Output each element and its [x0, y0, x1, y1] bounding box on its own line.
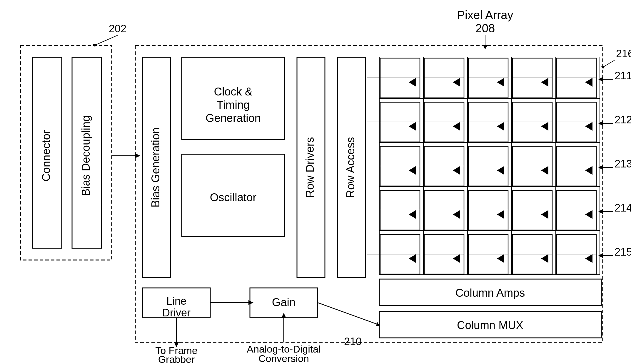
svg-text:Timing: Timing [217, 99, 250, 111]
label-211: 211 [615, 70, 631, 82]
row-drivers-label: Row Drivers [304, 137, 316, 198]
diagram-container: Connector Bias Decoupling 202 Bias Gener… [0, 0, 631, 364]
oscillator-label: Oscillator [210, 191, 257, 204]
label-213: 213 [615, 158, 631, 170]
pixel-array-label: Pixel Array [457, 9, 513, 21]
connector-label: Connector [40, 130, 52, 182]
svg-text:Conversion: Conversion [258, 353, 309, 364]
pixel-array-num: 208 [475, 22, 495, 35]
svg-text:Grabber: Grabber [158, 354, 195, 364]
bias-generation-label: Bias Generation [149, 128, 162, 208]
svg-text:Driver: Driver [162, 307, 191, 319]
bias-decoupling-label: Bias Decoupling [80, 115, 92, 196]
label-202: 202 [109, 23, 126, 35]
gain-label: Gain [272, 296, 296, 308]
label-215: 215 [615, 246, 631, 258]
label-210: 210 [344, 336, 362, 348]
column-amps-label: Column Amps [455, 287, 525, 299]
label-214: 214 [615, 202, 631, 214]
label-216: 216 [616, 48, 631, 60]
label-212: 212 [615, 114, 631, 126]
line-driver-label: Line [166, 295, 186, 307]
clock-timing-label: Clock & [214, 85, 253, 98]
row-access-label: Row Access [344, 137, 357, 198]
column-mux-label: Column MUX [457, 319, 523, 331]
svg-text:Generation: Generation [206, 112, 261, 124]
